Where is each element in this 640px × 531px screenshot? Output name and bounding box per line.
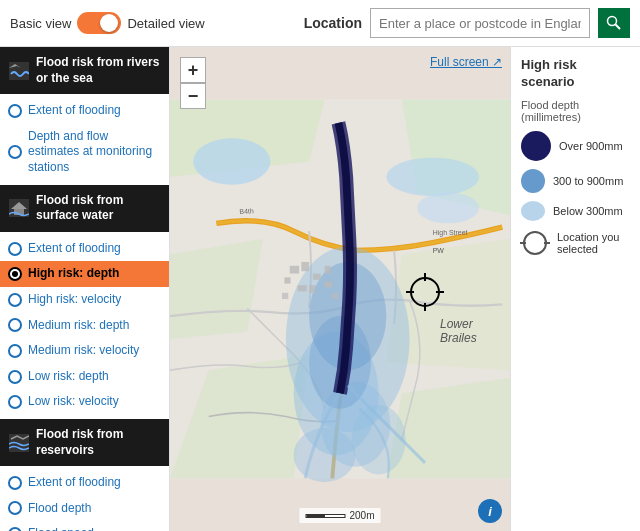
svg-rect-31 (309, 285, 315, 293)
radio-medium-risk-velocity (8, 344, 22, 358)
section-surface-header: Flood risk from surface water (0, 185, 169, 232)
sidebar-item-low-risk-depth[interactable]: Low risk: depth (0, 364, 169, 390)
radio-extent-flooding-surface (8, 242, 22, 256)
high-risk-velocity-label: High risk: velocity (28, 292, 161, 308)
map-svg: B4th High Street PW (170, 47, 510, 531)
svg-point-0 (608, 17, 617, 26)
svg-point-17 (417, 192, 479, 223)
radio-flood-depth (8, 501, 22, 515)
sidebar-item-low-risk-velocity[interactable]: Low risk: velocity (0, 389, 169, 415)
sidebar-item-medium-risk-velocity[interactable]: Medium risk: velocity (0, 338, 169, 364)
radio-extent-flooding-rivers (8, 104, 22, 118)
extent-flooding-rivers-label: Extent of flooding (28, 103, 161, 119)
view-toggle-switch[interactable] (77, 12, 121, 34)
extent-flooding-surface-label: Extent of flooding (28, 241, 161, 257)
location-input[interactable] (370, 8, 590, 38)
section-rivers-title: Flood risk from rivers or the sea (36, 55, 161, 86)
legend-crosshair (521, 229, 549, 257)
sidebar-item-depth-flow[interactable]: Depth and flow estimates at monitoring s… (0, 124, 169, 181)
legend-label-location: Location you selected (557, 231, 630, 255)
section-reservoirs-header: Flood risk from reservoirs (0, 419, 169, 466)
svg-rect-30 (298, 285, 307, 291)
zoom-out-button[interactable]: − (180, 83, 206, 109)
sidebar-item-extent-flooding-reservoirs[interactable]: Extent of flooding (0, 470, 169, 496)
house-flood-icon (9, 199, 29, 217)
sidebar-item-extent-flooding-rivers[interactable]: Extent of flooding (0, 98, 169, 124)
sidebar-item-medium-risk-depth[interactable]: Medium risk: depth (0, 313, 169, 339)
sidebar-item-flood-speed[interactable]: Flood speed (0, 521, 169, 531)
zoom-in-button[interactable]: + (180, 57, 206, 83)
svg-rect-29 (325, 266, 331, 274)
depth-flow-label: Depth and flow estimates at monitoring s… (28, 129, 161, 176)
section-surface-title: Flood risk from surface water (36, 193, 161, 224)
map-area[interactable]: B4th High Street PW Lower Brailes + − (170, 47, 510, 531)
low-risk-depth-label: Low risk: depth (28, 369, 161, 385)
fullscreen-link[interactable]: Full screen ↗ (430, 55, 502, 69)
svg-rect-34 (332, 293, 338, 299)
view-toggle: Basic view Detailed view (10, 12, 205, 34)
svg-point-21 (294, 428, 356, 482)
extent-flooding-reservoirs-label: Extent of flooding (28, 475, 161, 491)
section-rivers-header: Flood risk from rivers or the sea (0, 47, 169, 94)
svg-rect-33 (282, 293, 288, 299)
rivers-icon (8, 60, 30, 82)
legend-title: High risk scenario (521, 57, 630, 91)
legend-crosshair-ring (523, 231, 547, 255)
section-rivers-items: Extent of flooding Depth and flow estima… (0, 94, 169, 184)
medium-risk-velocity-label: Medium risk: velocity (28, 343, 161, 359)
svg-text:B4th: B4th (239, 207, 254, 215)
sidebar-item-high-risk-depth[interactable]: High risk: depth (0, 261, 169, 287)
reservoir-icon (8, 432, 30, 454)
town-label: Lower Brailes (440, 317, 510, 345)
legend-subtitle: Flood depth (millimetres) (521, 99, 630, 123)
radio-low-risk-depth (8, 370, 22, 384)
zoom-controls: + − (180, 57, 206, 109)
legend-item-below-300: Below 300mm (521, 201, 630, 221)
crosshair-ring (410, 277, 440, 307)
sidebar-item-flood-depth[interactable]: Flood depth (0, 496, 169, 522)
section-reservoirs-title: Flood risk from reservoirs (36, 427, 161, 458)
high-risk-depth-label: High risk: depth (28, 266, 161, 282)
info-button[interactable]: i (478, 499, 502, 523)
sidebar: Flood risk from rivers or the sea Extent… (0, 47, 170, 531)
svg-text:PW: PW (433, 247, 445, 254)
radio-high-risk-velocity (8, 293, 22, 307)
flood-depth-label: Flood depth (28, 501, 161, 517)
sidebar-item-high-risk-velocity[interactable]: High risk: velocity (0, 287, 169, 313)
svg-rect-27 (284, 277, 290, 283)
svg-rect-28 (313, 274, 321, 280)
flood-speed-label: Flood speed (28, 526, 161, 531)
radio-depth-flow (8, 145, 22, 159)
basic-view-label: Basic view (10, 16, 71, 31)
search-button[interactable] (598, 8, 630, 38)
main-container: Basic view Detailed view Location (0, 0, 640, 531)
surface-icon (8, 197, 30, 219)
svg-point-16 (386, 158, 479, 197)
svg-rect-25 (290, 266, 299, 274)
legend-label-300-900: 300 to 900mm (553, 175, 623, 187)
svg-point-15 (193, 138, 270, 184)
legend-label-over-900: Over 900mm (559, 140, 623, 152)
legend-item-location: Location you selected (521, 229, 630, 257)
legend-label-below-300: Below 300mm (553, 205, 623, 217)
svg-rect-32 (325, 281, 333, 287)
location-area: Location (304, 8, 630, 38)
legend-item-over-900: Over 900mm (521, 131, 630, 161)
legend-panel: High risk scenario Flood depth (millimet… (510, 47, 640, 531)
radio-medium-risk-depth (8, 318, 22, 332)
legend-color-300-900 (521, 169, 545, 193)
location-label: Location (304, 15, 362, 31)
svg-rect-26 (301, 262, 309, 271)
svg-line-1 (616, 25, 621, 30)
radio-high-risk-depth (8, 267, 22, 281)
detailed-view-label: Detailed view (127, 16, 204, 31)
sidebar-item-extent-flooding-surface[interactable]: Extent of flooding (0, 236, 169, 262)
top-bar: Basic view Detailed view Location (0, 0, 640, 47)
medium-risk-depth-label: Medium risk: depth (28, 318, 161, 334)
low-risk-velocity-label: Low risk: velocity (28, 394, 161, 410)
reservoir-wave-icon (9, 434, 29, 452)
radio-low-risk-velocity (8, 395, 22, 409)
river-wave-icon (9, 62, 29, 80)
legend-item-300-900: 300 to 900mm (521, 169, 630, 193)
crosshair-vertical-bottom (424, 303, 426, 311)
